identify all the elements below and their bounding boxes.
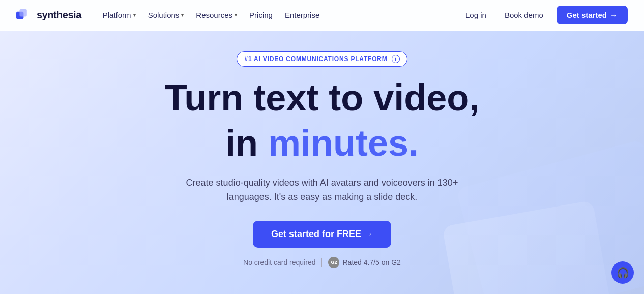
nav-right: Log in Book demo Get started → bbox=[460, 6, 628, 24]
nav-solutions[interactable]: Solutions ▾ bbox=[143, 8, 189, 22]
nav-left: synthesia Platform ▾ Solutions ▾ Resourc… bbox=[16, 8, 325, 22]
hero-cta-button[interactable]: Get started for FREE → bbox=[253, 221, 391, 248]
logo[interactable]: synthesia bbox=[16, 9, 81, 21]
hero-badge: #1 AI VIDEO COMMUNICATIONS PLATFORM i bbox=[237, 51, 407, 67]
hero-highlight: minutes. bbox=[268, 123, 419, 163]
g2-badge: G2 Rated 4.7/5 on G2 bbox=[328, 257, 400, 268]
hero-subtitle: Create studio-quality videos with AI ava… bbox=[180, 176, 464, 204]
get-started-button[interactable]: Get started → bbox=[557, 6, 628, 24]
g2-rating-text: Rated 4.7/5 on G2 bbox=[342, 258, 400, 267]
g2-icon: G2 bbox=[328, 257, 339, 268]
hero-title-line1: Turn text to video, bbox=[165, 79, 480, 117]
nav-pricing[interactable]: Pricing bbox=[244, 8, 278, 22]
divider bbox=[321, 258, 322, 267]
solutions-chevron-icon: ▾ bbox=[181, 12, 184, 18]
badge-text: #1 AI VIDEO COMMUNICATIONS PLATFORM bbox=[244, 55, 387, 63]
headphones-icon: 🎧 bbox=[617, 267, 629, 279]
nav-links: Platform ▾ Solutions ▾ Resources ▾ Prici… bbox=[98, 8, 325, 22]
badge-info-icon[interactable]: i bbox=[392, 55, 400, 63]
book-demo-button[interactable]: Book demo bbox=[500, 8, 548, 22]
resources-chevron-icon: ▾ bbox=[235, 12, 237, 18]
nav-enterprise[interactable]: Enterprise bbox=[280, 8, 325, 22]
svg-rect-1 bbox=[19, 9, 26, 16]
logo-icon bbox=[16, 9, 33, 21]
hero-footer-note: No credit card required G2 Rated 4.7/5 o… bbox=[243, 257, 401, 268]
nav-resources[interactable]: Resources ▾ bbox=[191, 8, 242, 22]
no-credit-card-text: No credit card required bbox=[243, 258, 315, 267]
hero-section: #1 AI VIDEO COMMUNICATIONS PLATFORM i Tu… bbox=[0, 31, 644, 294]
arrow-icon: → bbox=[610, 11, 618, 19]
hero-title-line2: in minutes. bbox=[225, 122, 419, 164]
logo-text: synthesia bbox=[37, 9, 81, 21]
support-button[interactable]: 🎧 bbox=[611, 261, 634, 284]
login-button[interactable]: Log in bbox=[460, 8, 491, 22]
nav-platform[interactable]: Platform ▾ bbox=[98, 8, 141, 22]
navbar: synthesia Platform ▾ Solutions ▾ Resourc… bbox=[0, 0, 644, 31]
platform-chevron-icon: ▾ bbox=[133, 12, 136, 18]
